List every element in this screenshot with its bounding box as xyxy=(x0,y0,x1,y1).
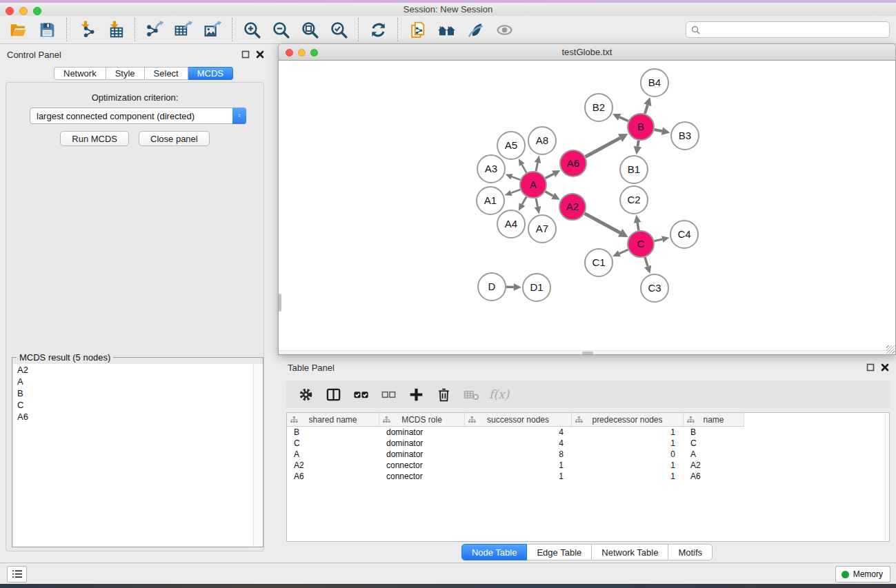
table-row[interactable]: A2connector11A2 xyxy=(287,460,889,471)
tab-mcds[interactable]: MCDS xyxy=(188,67,233,80)
network-canvas[interactable]: AA1A2A3A4A5A6A7A8BB1B2B3B4CC1C2C3C4DD1 xyxy=(278,61,896,355)
table-cell[interactable]: C xyxy=(684,438,744,449)
select-all-checkboxes-button[interactable] xyxy=(348,383,373,405)
network-horizontal-scrollbar[interactable] xyxy=(279,350,895,354)
table-row[interactable]: Cdominator41C xyxy=(287,438,889,449)
app-titlebar[interactable]: Session: New Session xyxy=(0,3,896,16)
table-cell[interactable]: A6 xyxy=(684,471,744,482)
result-list-item[interactable]: A6 xyxy=(13,411,263,423)
edge-B-B2[interactable] xyxy=(619,117,628,121)
table-cell[interactable]: 1 xyxy=(572,438,684,449)
table-cell[interactable]: A xyxy=(684,449,744,460)
result-list-item[interactable]: A xyxy=(13,376,263,387)
delete-columns-button[interactable] xyxy=(431,383,456,405)
table-scrollbar[interactable] xyxy=(885,413,889,541)
export-network-button[interactable] xyxy=(142,18,167,41)
tab-select[interactable]: Select xyxy=(145,67,188,80)
table-cell[interactable]: A2 xyxy=(287,460,379,471)
export-image-button[interactable] xyxy=(200,18,225,41)
edge-C-C4[interactable] xyxy=(655,239,663,241)
tab-edge-table[interactable]: Edge Table xyxy=(527,544,592,560)
eye-button[interactable] xyxy=(492,18,517,41)
show-graphics-details-button[interactable] xyxy=(463,18,488,41)
mcds-result-list[interactable]: A2ABCA6 xyxy=(13,364,263,547)
table-cell[interactable]: 1 xyxy=(465,471,572,482)
table-cell[interactable]: connector xyxy=(379,471,465,482)
edge-C-C2[interactable] xyxy=(637,223,639,230)
table-row[interactable]: Bdominator41B xyxy=(287,427,889,438)
result-list-scrollbar[interactable] xyxy=(253,364,262,547)
result-list-item[interactable]: B xyxy=(13,387,263,399)
network-graph[interactable]: AA1A2A3A4A5A6A7A8BB1B2B3B4CC1C2C3C4DD1 xyxy=(279,61,896,349)
tab-network[interactable]: Network xyxy=(54,67,106,80)
edge-C-C3[interactable] xyxy=(645,257,648,266)
edge-B-B3[interactable] xyxy=(655,130,662,131)
search-box[interactable] xyxy=(686,21,890,38)
zoom-selected-button[interactable] xyxy=(326,18,351,41)
table-cell[interactable]: 8 xyxy=(465,449,572,460)
table-cell[interactable]: 1 xyxy=(572,427,684,438)
result-list-item[interactable]: C xyxy=(13,399,263,411)
network-vertical-scrollbar[interactable] xyxy=(279,294,281,312)
clear-table-button[interactable] xyxy=(459,383,484,405)
table-cell[interactable]: A2 xyxy=(684,460,744,471)
home-button[interactable] xyxy=(434,18,459,41)
edge-A-A8[interactable] xyxy=(536,163,538,171)
tab-style[interactable]: Style xyxy=(106,67,145,80)
table-cell[interactable]: C xyxy=(287,438,379,449)
edge-A2-C[interactable] xyxy=(585,214,621,233)
zoom-in-button[interactable] xyxy=(239,18,264,41)
edge-B-B1[interactable] xyxy=(637,141,638,147)
import-network-button[interactable] xyxy=(74,18,99,41)
close-panel-icon[interactable] xyxy=(880,363,889,372)
table-cell[interactable]: 4 xyxy=(465,438,572,449)
column-header-MCDS-role[interactable]: MCDS role xyxy=(379,413,465,427)
edge-A-A6[interactable] xyxy=(546,174,554,178)
edge-C-C1[interactable] xyxy=(619,250,628,254)
edge-A-A5[interactable] xyxy=(522,165,527,173)
close-panel-button[interactable]: Close panel xyxy=(139,131,210,146)
zoom-fit-button[interactable] xyxy=(297,18,322,41)
optimization-criterion-select[interactable]: largest connected component (directed) xyxy=(30,108,246,124)
deselect-all-checkboxes-button[interactable] xyxy=(376,383,401,405)
edge-A6-B[interactable] xyxy=(586,138,621,156)
duplicate-network-button[interactable] xyxy=(405,18,430,41)
network-window-titlebar[interactable]: testGlobe.txt xyxy=(278,43,896,61)
table-cell[interactable]: A xyxy=(287,449,379,460)
float-panel-icon[interactable] xyxy=(866,363,875,372)
table-cell[interactable]: A6 xyxy=(287,471,379,482)
column-header-shared-name[interactable]: shared name xyxy=(287,413,379,427)
save-session-button[interactable] xyxy=(34,18,59,41)
node-table[interactable]: shared nameMCDS rolesuccessor nodesprede… xyxy=(286,412,890,542)
tab-motifs[interactable]: Motifs xyxy=(668,544,713,560)
table-cell[interactable]: 0 xyxy=(572,449,684,460)
apply-layout-button[interactable] xyxy=(366,18,390,41)
column-header-predecessor-nodes[interactable]: predecessor nodes xyxy=(572,413,684,427)
table-row[interactable]: Adominator80A xyxy=(287,449,889,460)
column-header-successor-nodes[interactable]: successor nodes xyxy=(465,413,572,427)
network-hscroll-thumb[interactable] xyxy=(582,352,593,354)
resize-grip-icon[interactable] xyxy=(886,345,895,354)
table-cell[interactable]: dominator xyxy=(379,449,465,460)
function-builder-button[interactable]: f(x) xyxy=(486,387,509,401)
import-table-button[interactable] xyxy=(103,18,128,41)
close-panel-icon[interactable] xyxy=(255,50,264,59)
edge-A-A2[interactable] xyxy=(545,192,552,196)
table-cell[interactable]: 1 xyxy=(572,471,684,482)
column-header-name[interactable]: name xyxy=(684,413,744,427)
table-cell[interactable]: 4 xyxy=(465,427,572,438)
edge-B-B4[interactable] xyxy=(645,105,648,114)
table-cell[interactable]: dominator xyxy=(379,438,465,449)
result-list-item[interactable]: A2 xyxy=(13,364,263,376)
table-cell[interactable]: B xyxy=(287,427,379,438)
column-settings-gear-button[interactable] xyxy=(293,383,318,405)
table-cell[interactable]: connector xyxy=(379,460,465,471)
table-cell[interactable]: 1 xyxy=(465,460,572,471)
tab-network-table[interactable]: Network Table xyxy=(592,544,668,560)
table-cell[interactable]: B xyxy=(684,427,744,438)
table-cell[interactable]: dominator xyxy=(379,427,465,438)
table-cell[interactable]: 1 xyxy=(572,460,684,471)
search-input[interactable] xyxy=(704,25,884,35)
run-mcds-button[interactable]: Run MCDS xyxy=(60,131,129,146)
open-session-button[interactable] xyxy=(6,18,30,41)
